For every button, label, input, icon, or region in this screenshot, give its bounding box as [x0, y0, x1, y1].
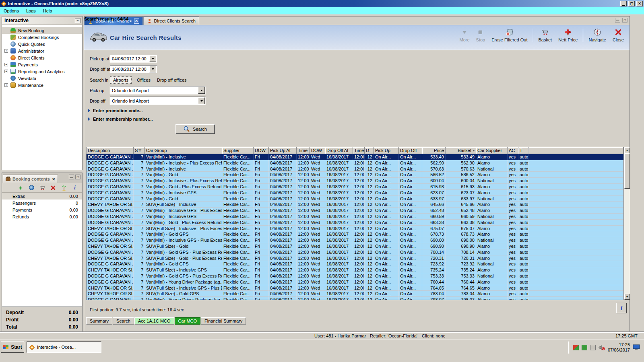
device-tray-icon[interactable]: [590, 345, 596, 350]
minimize-icon[interactable]: —: [615, 18, 620, 23]
result-row[interactable]: CHEVY TAHOE OR SI... 7 SUV(Full Size) - …: [87, 243, 623, 249]
result-row[interactable]: DODGE G CARAVAN ... 7 Van(Mini) - Inclus…: [87, 160, 623, 166]
sidebar-item[interactable]: + Viewdata: [2, 75, 82, 82]
result-row[interactable]: DODGE G CARAVAN ... 7 Van(Mini) - Gold G…: [87, 249, 623, 255]
menu-item[interactable]: Logs: [23, 8, 39, 14]
palm-tree-icon[interactable]: [61, 185, 67, 191]
column-header[interactable]: AC: [508, 147, 518, 154]
pickup-combobox[interactable]: Orlando Intl Airport: [110, 86, 206, 95]
bottom-tab[interactable]: Summary: [86, 317, 112, 325]
booking-contents-tab[interactable]: Booking contents ✕: [3, 175, 58, 183]
search-in-option[interactable]: Drop off offices: [156, 77, 188, 83]
result-row[interactable]: DODGE G CARAVAN ... 7 Van(Mini) - Young …: [87, 297, 623, 300]
chevron-down-icon[interactable]: [198, 97, 205, 104]
sidebar-item[interactable]: + Maintenance: [2, 82, 82, 88]
result-row[interactable]: DODGE G CARAVAN ... 7 Van(Mini) - Inclus…: [87, 237, 623, 243]
pickup-at-combobox[interactable]: 04/08/2017 12:00: [110, 55, 157, 63]
result-row[interactable]: CHEVY TAHOE OR SI... 7 SUV(Full Size) - …: [87, 291, 623, 297]
scrollbar-thumb[interactable]: [624, 153, 630, 189]
result-row[interactable]: DODGE G CARAVAN ... 7 Van(Mini) - Inclus…: [87, 178, 623, 184]
chevron-down-icon[interactable]: [198, 87, 205, 94]
column-header[interactable]: Price: [422, 147, 446, 154]
expand-plus-icon[interactable]: +: [4, 70, 8, 73]
booking-contents-row[interactable]: Payments 0.00: [2, 206, 82, 213]
volume-muted-icon[interactable]: [599, 345, 605, 350]
column-header[interactable]: DOW: [310, 147, 325, 154]
expand-plus-icon[interactable]: +: [4, 49, 8, 53]
bottom-tab[interactable]: Financial Summary: [201, 317, 246, 325]
restore-icon[interactable]: □: [622, 18, 627, 23]
start-button[interactable]: Start: [1, 341, 24, 353]
filter-funnel-icon[interactable]: ▽: [138, 148, 141, 152]
antivirus-tray-icon[interactable]: [573, 345, 579, 350]
sidebar-item[interactable]: + Administrator: [2, 47, 82, 54]
result-row[interactable]: CHEVY TAHOE OR SI... 7 SUV(Full Size) - …: [87, 267, 623, 273]
scroll-up-icon[interactable]: ▲: [624, 147, 630, 153]
result-row[interactable]: DODGE G CARAVAN ... 7 Van(Mini) - Gold F…: [87, 172, 623, 178]
menu-item[interactable]: Options: [0, 8, 23, 14]
result-row[interactable]: DODGE G CARAVAN ... 7 Van(Mini) - Inclus…: [87, 154, 623, 160]
result-row[interactable]: DODGE G CARAVAN ... 7 Van(Mini) - Gold G…: [87, 261, 623, 267]
info-button[interactable]: i: [616, 303, 627, 313]
chevron-down-icon[interactable]: [149, 56, 156, 62]
menu-item[interactable]: Help: [39, 8, 56, 14]
column-header[interactable]: Supplier: [222, 147, 254, 154]
plus-icon[interactable]: +: [17, 185, 24, 191]
result-row[interactable]: DODGE G CARAVAN ... 7 Van(Mini) - Gold F…: [87, 196, 623, 202]
column-header[interactable]: D: [365, 147, 374, 154]
column-header[interactable]: Pick Up: [374, 147, 399, 154]
expand-plus-icon[interactable]: +: [4, 63, 8, 66]
maximize-icon[interactable]: ▢: [628, 1, 635, 6]
bottom-tab[interactable]: Car MCO: [175, 317, 200, 325]
search-in-option[interactable]: Airports: [110, 76, 132, 84]
chevron-down-icon[interactable]: [149, 66, 156, 72]
booking-contents-row[interactable]: Passengers 0: [2, 200, 82, 206]
tray-clock[interactable]: 17:25 07/06/2017: [608, 342, 630, 353]
info-icon[interactable]: i: [72, 185, 78, 191]
scroll-down-icon[interactable]: ▼: [624, 294, 630, 300]
column-header[interactable]: Car Group: [145, 147, 222, 154]
availability-icon[interactable]: [28, 185, 35, 191]
column-header[interactable]: Description: [87, 147, 134, 154]
minimize-icon[interactable]: ▁: [620, 1, 627, 6]
column-header[interactable]: Car Supplier: [476, 147, 508, 154]
network-tray-icon[interactable]: [582, 345, 587, 350]
result-row[interactable]: DODGE G CARAVAN ... 7 Van(Mini) - Inclus…: [87, 208, 623, 214]
close-icon[interactable]: ✕: [52, 177, 55, 181]
vertical-scrollbar[interactable]: ▲ ▼: [624, 147, 630, 300]
result-row[interactable]: CHEVY TAHOE OR SI... 7 SUV(Full Size) - …: [87, 255, 623, 261]
sidebar-item[interactable]: + Completed Bookings: [2, 34, 82, 41]
dropoff-at-combobox[interactable]: 16/08/2017 12:00: [110, 65, 157, 73]
expand-plus-icon[interactable]: +: [4, 83, 8, 87]
result-row[interactable]: DODGE G CARAVAN ... 7 Van(Mini) - Gold G…: [87, 231, 623, 237]
result-row[interactable]: CHEVY TAHOE OR SI... 7 SUV(Full Size) - …: [87, 285, 623, 291]
column-header[interactable]: Drop Off: [399, 147, 422, 154]
column-header-basket[interactable]: Basket▾: [446, 147, 476, 154]
column-header[interactable]: Pick Up At: [269, 147, 297, 154]
dropoff-combobox[interactable]: Orlando Intl Airport: [110, 97, 206, 105]
show-desktop-icon[interactable]: [633, 344, 640, 351]
close-tab-icon[interactable]: ✕: [134, 19, 139, 24]
sidebar-item[interactable]: + Quick Quotes: [2, 41, 82, 47]
promotion-code-expander[interactable]: Enter promotion code...: [88, 108, 142, 113]
taskbar-task-button[interactable]: Interactive - Ocea...: [27, 341, 101, 353]
collapse-icon[interactable]: −: [75, 18, 80, 23]
booking-contents-row[interactable]: Extras 0.00: [2, 193, 82, 200]
column-header[interactable]: Time: [297, 147, 310, 154]
close-icon[interactable]: ✕: [636, 1, 643, 6]
booking-contents-row[interactable]: Refunds 0.00: [2, 213, 82, 220]
basket-icon[interactable]: [39, 185, 45, 191]
membership-number-expander[interactable]: Enter membership number...: [88, 117, 153, 121]
column-header[interactable]: Time: [353, 147, 365, 154]
search-in-option[interactable]: Offices: [136, 77, 152, 83]
result-row[interactable]: DODGE G CARAVAN ... 7 Van(Mini) - Inclus…: [87, 190, 623, 196]
nett-price-button[interactable]: Nett Price: [555, 27, 581, 43]
bottom-tab[interactable]: Search: [113, 317, 134, 325]
sidebar-item[interactable]: + Payments: [2, 61, 82, 68]
result-row[interactable]: DODGE G CARAVAN ... 7 Van(Mini) - Inclus…: [87, 166, 623, 172]
close-button[interactable]: Close: [609, 27, 627, 43]
erase-filtered-out-button[interactable]: Erase Filtered Out: [488, 27, 530, 43]
column-header[interactable]: Drop Off At: [325, 147, 353, 154]
scrollbar-track[interactable]: [624, 153, 630, 294]
search-button[interactable]: Search: [175, 124, 215, 134]
